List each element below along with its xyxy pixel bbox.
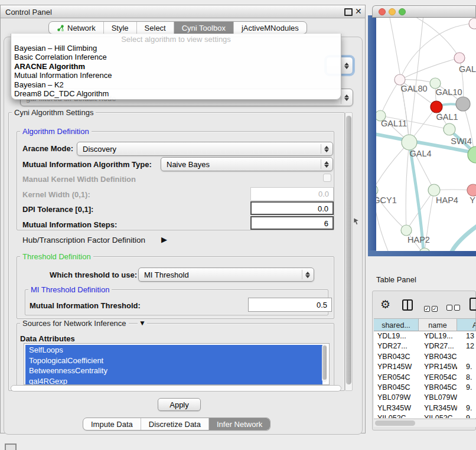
apply-button[interactable]: Apply <box>158 398 201 411</box>
algorithm-dropdown: Select algorithm to view settings Bayesi… <box>11 34 341 100</box>
network-icon <box>57 24 64 34</box>
settings-scrollbar-track[interactable] <box>345 112 353 391</box>
list-item[interactable]: gal4RGexp <box>25 376 322 386</box>
table-row[interactable]: YDR27...YDR27...12 <box>374 341 476 351</box>
node-gray[interactable] <box>456 97 470 111</box>
kernel-width-label: Kernel Width (0,1): <box>22 190 90 199</box>
network-window-frame-bottom <box>368 250 476 256</box>
table-hscrollbar-thumb[interactable] <box>375 420 415 426</box>
settings-group-title: Cyni Algorithm Settings <box>12 108 96 117</box>
node-label: GAL <box>459 64 476 74</box>
list-scrollbar-thumb[interactable] <box>322 345 327 380</box>
list-item[interactable]: SelfLoops <box>25 345 322 356</box>
tab-impute-data[interactable]: Impute Data <box>83 418 141 430</box>
control-panel-tabbar: Network Style Select Cyni Toolbox jActiv… <box>48 21 307 34</box>
minimize-traffic-light-icon[interactable] <box>389 8 396 15</box>
table-row[interactable]: YBR043CYBR043C <box>374 352 476 362</box>
mi-algo-type-label: Mutual Information Algorithm Type: <box>22 160 152 169</box>
dropdown-item-selected[interactable]: ARACNE Algorithm <box>11 62 341 71</box>
gear-icon[interactable]: ⚙ <box>380 298 390 311</box>
dropdown-item[interactable]: Basic Correlation Inference <box>11 53 341 61</box>
node-swi4[interactable] <box>444 123 455 135</box>
manual-kernel-checkbox[interactable] <box>323 174 331 182</box>
sources-group-title: Sources for Network Inference <box>20 319 129 328</box>
deselect-all-checks-icon[interactable] <box>446 302 460 313</box>
node-gal4[interactable] <box>402 135 417 150</box>
node-gcy1[interactable] <box>376 185 378 195</box>
hub-section-label[interactable]: Hub/Transcription Factor Definition <box>22 236 145 244</box>
mi-threshold-field[interactable]: 0.5 <box>248 298 332 312</box>
tab-style[interactable]: Style <box>104 22 137 34</box>
algorithm-definition-title: Algorithm Definition <box>20 127 92 136</box>
table-row[interactable]: YLR345WYLR345W9. <box>374 403 476 413</box>
column-layout-icon[interactable] <box>402 299 413 311</box>
tab-infer-network[interactable]: Infer Network <box>209 418 270 430</box>
column-header-name[interactable]: name <box>419 318 457 331</box>
data-attributes-label: Data Attributes <box>20 334 75 343</box>
control-panel-titlebar[interactable]: Control Panel ✕ <box>1 5 365 18</box>
network-canvas[interactable]: GAL GAL80 GAL10 GAL1 GAL11 SWI4 GAL4 GCY… <box>376 18 476 251</box>
tab-network[interactable]: Network <box>49 22 104 34</box>
tab-jactivemnodules[interactable]: jActiveMNodules <box>234 22 307 34</box>
which-threshold-combo[interactable]: MI Threshold <box>138 268 314 282</box>
dropdown-item[interactable]: Bayesian – Hill Climbing <box>11 44 341 53</box>
settings-scrollbar-thumb[interactable] <box>346 116 351 384</box>
table-row[interactable]: YIL052CYIL052C9 <box>374 413 476 418</box>
tab-cyni-toolbox[interactable]: Cyni Toolbox <box>174 22 234 34</box>
node-unlabeled[interactable] <box>469 18 476 29</box>
table-row[interactable]: YER054CYER054C8. <box>374 373 476 383</box>
dropdown-placeholder: Select algorithm to view settings <box>11 34 341 44</box>
node-label: GAL11 <box>381 119 407 128</box>
combo-arrows-icon <box>344 94 349 102</box>
aracne-mode-combo[interactable]: Discovery <box>77 142 333 156</box>
network-window-titlebar[interactable] <box>372 5 476 18</box>
list-item[interactable]: BetweennessCentrality <box>25 366 322 376</box>
tab-select[interactable]: Select <box>137 22 174 34</box>
float-window-icon[interactable] <box>344 8 353 16</box>
node-salmon[interactable] <box>467 184 476 196</box>
kernel-width-field[interactable]: 0.0 <box>250 187 334 201</box>
minimized-panel-icon[interactable] <box>5 444 17 450</box>
dropdown-item[interactable]: Mutual Information Inference <box>11 71 341 80</box>
table-panel-title: Table Panel <box>376 275 416 284</box>
column-header-partial[interactable]: A <box>457 318 476 331</box>
zoom-traffic-light-icon[interactable] <box>399 8 406 15</box>
combo-arrows-icon <box>344 62 349 70</box>
expand-down-icon[interactable]: ▼ <box>138 319 147 327</box>
list-item[interactable]: TopologicalCoefficient <box>25 356 322 366</box>
node-label: HAP2 <box>407 235 430 244</box>
mi-threshold-group-title: MI Threshold Definition <box>28 285 112 294</box>
combo-arrows-icon <box>324 161 329 168</box>
mouse-cursor <box>353 218 360 226</box>
new-table-icon[interactable] <box>470 298 476 311</box>
node-gal-partial[interactable] <box>454 53 465 63</box>
table-row[interactable]: YDL19...YDL19...13 <box>374 331 476 341</box>
dropdown-item[interactable]: Dream8 DC_TDC Algorithm <box>11 89 341 98</box>
dpi-tolerance-field[interactable]: 0.0 <box>250 201 334 215</box>
aracne-mode-label: Aracne Mode: <box>22 144 73 153</box>
dropdown-item[interactable]: Bayesian – K2 <box>11 80 341 89</box>
node-hap4[interactable] <box>428 184 440 196</box>
table-row[interactable]: YPR145WYPR145W9. <box>374 362 476 372</box>
close-icon[interactable]: ✕ <box>355 6 362 16</box>
node-label: Y <box>470 195 475 205</box>
select-all-checks-icon[interactable]: ✓✓ <box>424 302 438 313</box>
expand-right-icon[interactable]: ▶ <box>161 235 167 244</box>
close-traffic-light-icon[interactable] <box>379 8 386 15</box>
node-bottom-partial[interactable] <box>419 248 430 251</box>
bottom-tabbar: Impute Data Discretize Data Infer Networ… <box>83 418 270 431</box>
mi-threshold-label: Mutual Information Threshold: <box>30 301 141 310</box>
mi-algo-type-combo[interactable]: Naive Bayes <box>161 157 333 171</box>
dpi-tolerance-label: DPI Tolerance [0,1]: <box>22 205 93 214</box>
table-hscrollbar-track[interactable] <box>374 419 476 427</box>
mi-steps-field[interactable]: 6 <box>250 216 334 230</box>
table-row[interactable]: YBR045CYBR045C9. <box>374 383 476 393</box>
column-header-shared[interactable]: shared... <box>374 318 419 331</box>
tab-discretize-data[interactable]: Discretize Data <box>141 418 209 430</box>
table-row[interactable]: YBL079WYBL079W <box>374 393 476 403</box>
settings-hscrollbar[interactable] <box>11 385 341 392</box>
list-scrollbar-track[interactable] <box>322 344 327 382</box>
node-gal1-red[interactable] <box>431 101 442 113</box>
node-label: GAL80 <box>400 84 427 93</box>
node-hap2[interactable] <box>401 225 412 236</box>
